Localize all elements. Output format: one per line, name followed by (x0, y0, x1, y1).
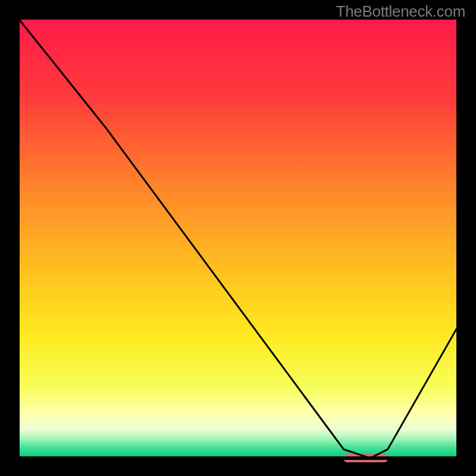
watermark-text: TheBottleneck.com (336, 2, 465, 21)
chart-container: TheBottleneck.com (0, 0, 476, 476)
chart-svg (0, 0, 476, 476)
plot-background (18, 18, 458, 458)
